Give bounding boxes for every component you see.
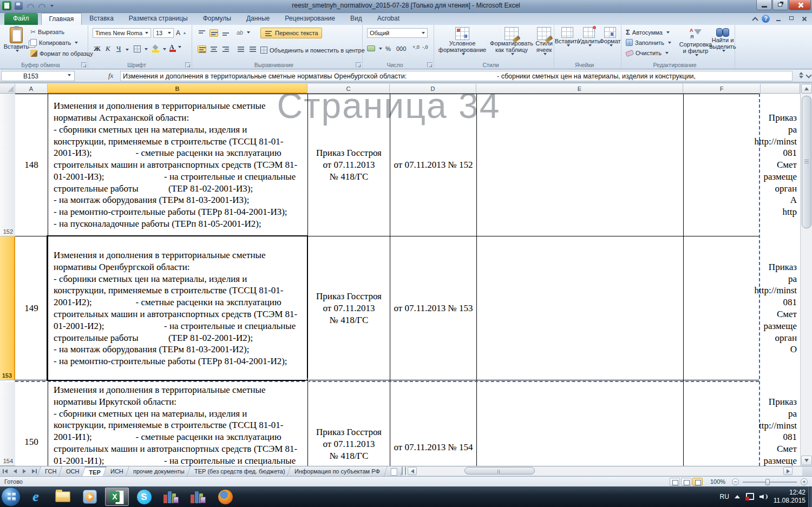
column-header-D[interactable]: D [390,84,476,94]
number-format-select[interactable]: Общий [367,28,428,38]
minimize-button[interactable] [756,0,772,10]
cell-styles-button[interactable]: Стили ячеек [535,27,553,55]
taskbar-button-winrar-2[interactable] [186,488,210,506]
column-header-B[interactable]: B [48,84,307,94]
hidden-icons-arrow[interactable] [735,495,740,498]
align-right-icon[interactable] [221,45,230,53]
start-button[interactable] [1,487,21,506]
zoom-level[interactable]: 100% [710,478,725,485]
cell-C153[interactable]: Приказ Госстрояот 07.11.2013№ 418/ГС [308,236,390,380]
italic-button[interactable]: К [106,44,110,53]
ribbon-tab-4[interactable]: Формулы [195,13,239,25]
name-box-dropdown-icon[interactable] [68,74,71,76]
clipboard-dialog-launcher[interactable] [81,62,87,68]
ribbon-tab-2[interactable]: Вставка [82,13,121,25]
zoom-thumb[interactable] [765,479,770,485]
cell-B152[interactable]: Изменения и дополнения в территориальные… [48,94,307,236]
network-icon[interactable] [745,493,754,501]
cell-G152[interactable]: Приказраhttp://minst081СметразмещеорганА… [759,94,800,236]
cell-A153[interactable]: 149 [15,236,48,380]
column-header-C[interactable]: C [307,84,390,94]
clear-button[interactable]: Очистить [626,50,669,56]
align-left-icon[interactable] [198,45,206,53]
row-header-154[interactable]: 154 [0,382,15,466]
scroll-right-button[interactable] [783,467,793,475]
align-middle-icon[interactable] [209,29,218,37]
cell-C154[interactable]: Приказ Госстрояот 07.11.2013№ 418/ГС [308,382,390,466]
formula-input[interactable]: Изменения и дополнения в территориальные… [120,71,793,81]
borders-button[interactable] [134,45,148,52]
page-layout-view-button[interactable] [681,478,691,486]
zoom-slider[interactable]: − + [732,478,808,486]
formula-scroll-down-icon[interactable] [799,76,803,78]
ribbon-tab-0[interactable]: Файл [4,13,38,25]
format-as-table-button[interactable]: Форматировать как таблицу [488,27,535,55]
font-name-select[interactable]: Times New Roma [93,28,151,38]
decrease-indent-icon[interactable] [237,45,245,53]
row-header-153[interactable]: 153 [0,236,15,380]
column-header-A[interactable]: A [15,84,48,94]
taskbar-button-windows-explorer[interactable] [51,488,75,506]
horizontal-scrollbar[interactable] [402,466,802,476]
conditional-formatting-button[interactable]: Условное форматирование [437,27,487,55]
column-header-E[interactable]: E [476,84,683,94]
tab-split-handle[interactable] [402,467,406,475]
cell-G154[interactable]: Приказраhttp://minst081Сметразмеще [759,382,800,466]
language-indicator[interactable]: RU [719,493,729,501]
accounting-format-button[interactable] [367,45,382,51]
align-bottom-icon[interactable] [221,29,230,37]
sheet-tab-6[interactable]: Информация по субъектам РФ [287,466,388,476]
paste-button[interactable]: Вставить [4,27,28,52]
cell-D153[interactable]: от 07.11.2013 № 153 [390,236,476,380]
font-dialog-launcher[interactable] [185,62,191,68]
bold-button[interactable]: Ж [94,44,101,53]
font-color-button[interactable]: А [169,44,181,50]
help-icon[interactable]: ? [762,15,770,23]
taskbar-button-media-player[interactable] [78,488,102,506]
normal-view-button[interactable] [670,478,680,486]
collapse-ribbon-icon[interactable] [752,17,758,23]
alignment-dialog-launcher[interactable] [356,62,361,68]
restore-button[interactable] [772,0,788,10]
autosum-button[interactable]: ΣАвтосумма [626,28,670,36]
underline-button[interactable]: Ч [116,44,121,53]
cell-G153[interactable]: Приказраhttp://minst081СметразмещеорганО [759,236,800,380]
zoom-in-button[interactable]: + [801,478,808,485]
scroll-up-button[interactable] [801,84,812,94]
vertical-scrollbar[interactable] [800,84,812,466]
taskbar-button-skype[interactable]: S [132,488,156,506]
row-header-152[interactable]: 152 [0,94,15,236]
fill-handle[interactable] [306,379,309,381]
ribbon-tab-8[interactable]: Acrobat [370,13,407,25]
first-sheet-button[interactable] [2,468,10,475]
taskbar-button-excel[interactable] [105,488,129,506]
page-break-view-button[interactable] [692,478,703,486]
workbook-restore-button[interactable] [787,15,796,23]
insert-worksheet-tab[interactable] [384,466,404,476]
format-painter-button[interactable]: Формат по образцу [30,50,93,57]
scroll-down-button[interactable] [801,456,812,465]
cell-D152[interactable]: от 07.11.2013 № 152 [390,94,476,236]
number-dialog-launcher[interactable] [427,62,433,68]
vertical-scroll-thumb[interactable] [802,96,811,228]
sort-filter-button[interactable]: АЯ Сортировка и фильтр [680,27,711,56]
find-select-button[interactable]: Найти и выделить [710,27,735,52]
ribbon-tab-5[interactable]: Данные [239,13,277,25]
sheet-tab-4[interactable]: прочие документы [126,466,192,476]
show-desktop-button[interactable] [808,486,812,507]
cell-A152[interactable]: 148 [15,94,48,236]
fill-button[interactable]: ↓Заполнить [626,39,671,46]
cell-B154[interactable]: Изменения и дополнения в территориальные… [48,382,307,466]
percent-button[interactable]: % [385,45,391,52]
orientation-button[interactable]: ab [237,29,250,36]
column-header-g[interactable] [761,84,800,94]
increase-indent-icon[interactable] [248,45,257,53]
last-sheet-button[interactable] [30,468,37,475]
delete-cells-button[interactable]: Удалить [578,27,600,47]
clock[interactable]: 12:42 11.08.2015 [774,489,808,505]
copy-button[interactable]: Копировать [30,39,78,46]
ribbon-tab-3[interactable]: Разметка страницы [121,13,195,25]
ribbon-tab-1[interactable]: Главная [41,13,82,25]
column-header-F[interactable]: F [683,84,761,94]
cut-button[interactable]: ✂Вырезать [30,28,64,36]
